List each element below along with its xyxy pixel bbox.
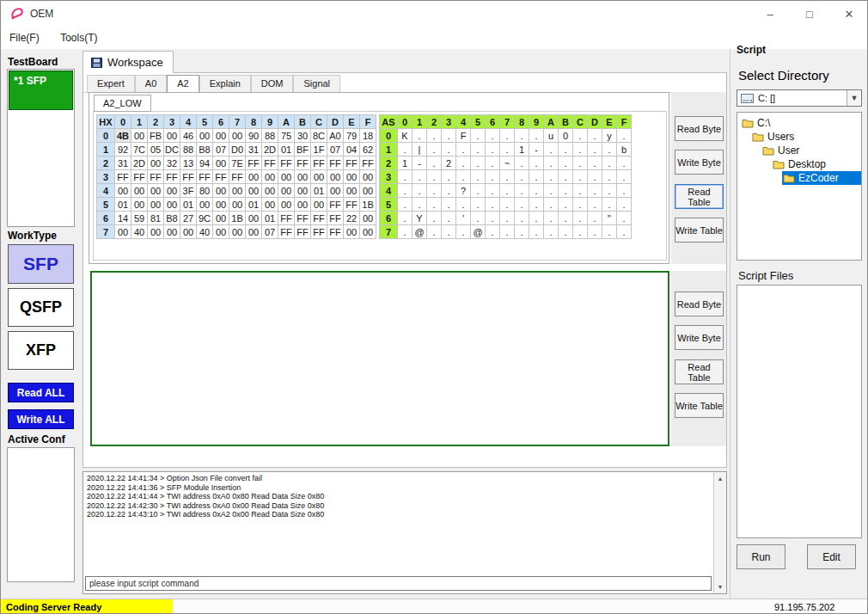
ascii-cell-2F[interactable]: . [617, 157, 632, 170]
ascii-cell-17[interactable]: . [500, 143, 515, 157]
ascii-cell-48[interactable]: . [515, 184, 529, 198]
hex-cell-20[interactable]: 31 [115, 157, 131, 170]
ascii-cell-52[interactable]: . [427, 198, 442, 212]
hex-cell-06[interactable]: 00 [213, 129, 229, 143]
hex-cell-76[interactable]: 00 [213, 225, 229, 239]
hex-cell-24[interactable]: 13 [180, 157, 197, 170]
ascii-cell-11[interactable]: | [413, 143, 427, 157]
ascii-cell-1D[interactable]: . [588, 143, 602, 157]
ascii-cell-0F[interactable]: . [617, 129, 632, 143]
ascii-cell-7D[interactable]: . [588, 225, 602, 239]
hex-cell-08[interactable]: 90 [246, 129, 262, 143]
close-button[interactable]: ✕ [829, 1, 868, 27]
ascii-cell-39[interactable]: . [529, 170, 544, 184]
hex-cell-54[interactable]: 01 [180, 198, 197, 212]
worktype-sfp-button[interactable]: SFP [8, 244, 74, 284]
ascii-cell-10[interactable]: . [398, 143, 413, 157]
ascii-cell-58[interactable]: . [515, 198, 529, 212]
ascii-cell-45[interactable]: . [471, 184, 486, 198]
hex-cell-19[interactable]: 2D [262, 143, 278, 157]
hex-cell-39[interactable]: 00 [262, 170, 278, 184]
ascii-cell-30[interactable]: . [398, 170, 413, 184]
hex-cell-49[interactable]: 00 [262, 184, 278, 198]
run-button[interactable]: Run [737, 544, 785, 569]
ascii-cell-16[interactable]: . [486, 143, 500, 157]
hex-cell-30[interactable]: FF [115, 170, 131, 184]
ascii-cell-6E[interactable]: " [602, 212, 617, 225]
ascii-cell-79[interactable]: . [529, 225, 544, 239]
ascii-cell-7F[interactable]: . [617, 225, 632, 239]
ascii-cell-09[interactable]: . [529, 129, 544, 143]
hex-cell-31[interactable]: FF [131, 170, 148, 184]
ascii-cell-74[interactable]: . [456, 225, 471, 239]
hex-cell-3A[interactable]: 00 [278, 170, 295, 184]
tree-node-ezcoder[interactable]: EzCoder [737, 171, 861, 185]
hex-cell-2C[interactable]: FF [311, 157, 327, 170]
ascii-cell-77[interactable]: . [500, 225, 515, 239]
hex-cell-59[interactable]: 00 [262, 198, 278, 212]
ascii-cell-6D[interactable]: . [588, 212, 602, 225]
ascii-cell-59[interactable]: . [529, 198, 544, 212]
tab-explain[interactable]: Explain [199, 75, 251, 92]
ascii-cell-2D[interactable]: . [588, 157, 602, 170]
ascii-cell-65[interactable]: . [471, 212, 486, 225]
ascii-cell-35[interactable]: . [471, 170, 486, 184]
hex-cell-3E[interactable]: 00 [344, 170, 360, 184]
hex-cell-7C[interactable]: FF [311, 225, 327, 239]
hex-cell-51[interactable]: 00 [131, 198, 148, 212]
hex-cell-63[interactable]: B8 [164, 212, 180, 225]
hex-cell-3B[interactable]: 00 [295, 170, 311, 184]
ascii-cell-44[interactable]: ? [456, 184, 471, 198]
ascii-cell-32[interactable]: . [427, 170, 442, 184]
hex-cell-7A[interactable]: FF [278, 225, 295, 239]
ascii-cell-20[interactable]: 1 [398, 157, 413, 170]
hex-cell-32[interactable]: FF [148, 170, 164, 184]
hex-cell-61[interactable]: 59 [131, 212, 148, 225]
hex-cell-1C[interactable]: 1F [311, 143, 327, 157]
ascii-cell-02[interactable]: . [427, 129, 442, 143]
hex-cell-22[interactable]: 00 [148, 157, 164, 170]
hex-cell-0B[interactable]: 30 [295, 129, 311, 143]
bottom-write-byte-button[interactable]: Write Byte [675, 325, 724, 350]
ascii-cell-3F[interactable]: . [617, 170, 632, 184]
hex-cell-56[interactable]: 00 [213, 198, 229, 212]
hex-cell-48[interactable]: 00 [246, 184, 262, 198]
hex-cell-46[interactable]: 00 [213, 184, 229, 198]
hex-cell-11[interactable]: 7C [131, 143, 148, 157]
ascii-cell-41[interactable]: . [413, 184, 427, 198]
ascii-cell-2C[interactable]: . [573, 157, 588, 170]
hex-cell-7D[interactable]: FF [327, 225, 344, 239]
hex-cell-7F[interactable]: 00 [360, 225, 376, 239]
bottom-read-byte-button[interactable]: Read Byte [675, 292, 724, 316]
hex-cell-37[interactable]: FF [229, 170, 246, 184]
ascii-cell-51[interactable]: . [413, 198, 427, 212]
ascii-cell-5B[interactable]: . [559, 198, 573, 212]
ascii-cell-38[interactable]: . [515, 170, 529, 184]
ascii-cell-62[interactable]: . [427, 212, 442, 225]
ascii-cell-42[interactable]: . [427, 184, 442, 198]
ascii-cell-33[interactable]: . [442, 170, 456, 184]
ascii-cell-29[interactable]: . [529, 157, 544, 170]
hex-cell-01[interactable]: 00 [131, 129, 148, 143]
ascii-cell-73[interactable]: . [442, 225, 456, 239]
ascii-cell-78[interactable]: . [515, 225, 529, 239]
hex-cell-5F[interactable]: 1B [360, 198, 376, 212]
ascii-cell-15[interactable]: . [471, 143, 486, 157]
ascii-cell-3E[interactable]: . [602, 170, 617, 184]
hex-cell-0E[interactable]: 79 [344, 129, 360, 143]
tree-node-users[interactable]: Users [737, 130, 861, 144]
hex-cell-0D[interactable]: A0 [327, 129, 344, 143]
hex-cell-14[interactable]: 88 [180, 143, 197, 157]
ascii-cell-4E[interactable]: . [602, 184, 617, 198]
tab-a2[interactable]: A2 [167, 75, 199, 92]
ascii-cell-18[interactable]: 1 [515, 143, 529, 157]
hex-cell-69[interactable]: 01 [262, 212, 278, 225]
ascii-cell-03[interactable]: . [442, 129, 456, 143]
hex-cell-02[interactable]: FB [148, 129, 164, 143]
ascii-cell-60[interactable]: . [398, 212, 413, 225]
hex-cell-40[interactable]: 00 [115, 184, 131, 198]
menu-tools[interactable]: Tools(T) [52, 27, 106, 44]
hex-cell-5C[interactable]: 00 [311, 198, 327, 212]
hex-cell-1D[interactable]: 07 [327, 143, 344, 157]
maximize-button[interactable]: □ [790, 1, 829, 27]
